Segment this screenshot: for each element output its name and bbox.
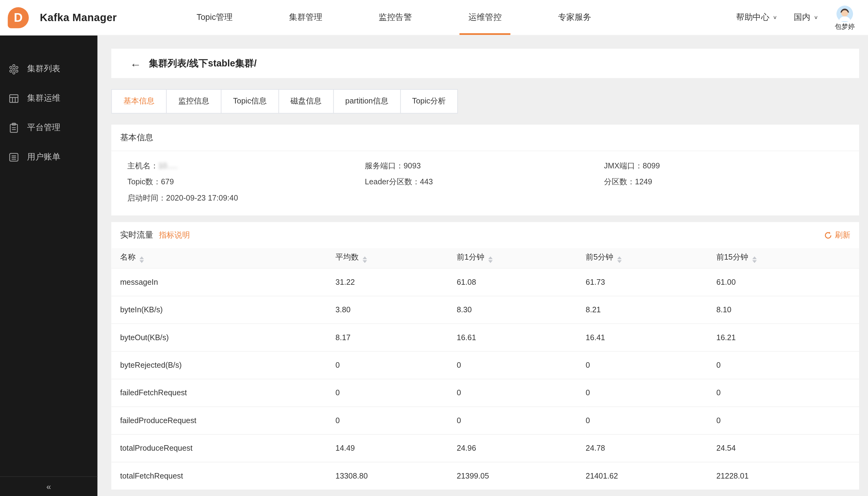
nav-item-ops-control[interactable]: 运维管控 [459, 0, 510, 35]
field-value: 1249 [635, 177, 652, 186]
field-value: 8099 [643, 161, 660, 170]
tab-topic-info[interactable]: Topic信息 [221, 89, 279, 113]
metric-value-cell: 24.96 [457, 434, 585, 462]
table-column-header-2[interactable]: 前1分钟 [457, 248, 585, 268]
metric-value-cell: 13308.80 [335, 462, 457, 489]
region-menu[interactable]: 国内 ∨ [794, 12, 818, 23]
sidebar-item-cluster-list[interactable]: 集群列表 [0, 54, 97, 83]
refresh-button[interactable]: 刷新 [824, 230, 850, 241]
user-menu[interactable]: 包梦婷 [835, 5, 854, 30]
table-header-row: 名称平均数前1分钟前5分钟前15分钟 [111, 248, 859, 268]
sidebar-item-label: 集群列表 [27, 64, 61, 74]
metric-value-cell: 16.41 [586, 323, 716, 351]
collapse-icon: « [47, 482, 51, 492]
sort-carets-icon[interactable] [617, 257, 621, 263]
tab-partition-info[interactable]: partition信息 [333, 89, 400, 113]
table-row: byteIn(KB/s)3.808.308.218.10 [111, 296, 859, 323]
nav-item-monitoring-alert[interactable]: 监控告警 [370, 0, 421, 35]
metric-value-cell: 0 [586, 407, 716, 434]
field-label: JMX端口： [604, 161, 643, 170]
sort-carets-icon[interactable] [752, 257, 756, 263]
info-field: Leader分区数：443 [365, 176, 604, 187]
table-column-header-3[interactable]: 前5分钟 [586, 248, 716, 268]
metric-value-cell: 24.54 [716, 434, 859, 462]
metric-name-cell: failedProduceRequest [111, 407, 336, 434]
table-row: failedProduceRequest0000 [111, 407, 859, 434]
metric-value-cell: 21399.05 [457, 462, 585, 489]
basic-info-fields: 主机名：10.....服务端口：9093JMX端口：8099Topic数：679… [111, 151, 859, 216]
metric-value-cell: 8.21 [586, 296, 716, 323]
tab-basic-info[interactable]: 基本信息 [111, 89, 167, 113]
info-field: Topic数：679 [127, 176, 365, 187]
metric-name-cell: byteRejected(B/s) [111, 351, 336, 379]
field-value: 10..... [158, 161, 177, 170]
nav-item-cluster-mgmt[interactable]: 集群管理 [280, 0, 331, 35]
breadcrumb: 集群列表/线下stable集群/ [149, 57, 257, 70]
basic-info-title: 基本信息 [111, 125, 859, 151]
metric-value-cell: 21401.62 [586, 462, 716, 489]
field-label: 分区数： [604, 177, 635, 186]
refresh-label: 刷新 [835, 230, 850, 241]
metric-value-cell: 0 [716, 407, 859, 434]
field-label: Leader分区数： [365, 177, 420, 186]
sort-carets-icon[interactable] [488, 257, 492, 263]
help-center-label: 帮助中心 [736, 12, 770, 23]
sidebar-item-platform-mgmt[interactable]: 平台管理 [0, 113, 97, 142]
metric-name-cell: totalFetchRequest [111, 462, 336, 489]
field-value: 443 [420, 177, 433, 186]
sort-carets-icon[interactable] [140, 257, 144, 263]
table-row: totalFetchRequest13308.8021399.0521401.6… [111, 462, 859, 489]
info-field: 启动时间：2020-09-23 17:09:40 [127, 192, 365, 203]
field-label: 服务端口： [365, 161, 404, 170]
region-label: 国内 [794, 12, 810, 23]
header-right: 帮助中心 ∨ 国内 ∨ 包梦婷 [736, 5, 854, 30]
column-header-label: 平均数 [335, 252, 359, 262]
table-column-header-4[interactable]: 前15分钟 [716, 248, 859, 268]
metric-value-cell: 31.22 [335, 268, 457, 295]
app-logo-icon: D [7, 7, 29, 28]
basic-info-card: 基本信息 主机名：10.....服务端口：9093JMX端口：8099Topic… [111, 125, 859, 216]
metric-value-cell: 61.73 [586, 268, 716, 295]
sort-carets-icon[interactable] [363, 257, 367, 263]
top-nav: Topic管理集群管理监控告警运维管控专家服务 [188, 0, 600, 35]
tab-disk-info[interactable]: 磁盘信息 [278, 89, 334, 113]
table-column-header-0[interactable]: 名称 [111, 248, 336, 268]
sidebar-collapse-button[interactable]: « [0, 476, 97, 496]
sidebar: 集群列表集群运维平台管理用户账单 « [0, 35, 97, 496]
metric-value-cell: 8.10 [716, 296, 859, 323]
nav-item-topic-mgmt[interactable]: Topic管理 [188, 0, 241, 35]
help-center-menu[interactable]: 帮助中心 ∨ [736, 12, 777, 23]
metric-name-cell: failedFetchRequest [111, 379, 336, 406]
sidebar-item-cluster-ops[interactable]: 集群运维 [0, 83, 97, 113]
tab-monitor-info[interactable]: 监控信息 [166, 89, 222, 113]
back-button[interactable]: ← [130, 57, 141, 70]
nav-item-expert-service[interactable]: 专家服务 [549, 0, 600, 35]
tab-topic-analysis[interactable]: Topic分析 [400, 89, 458, 113]
field-value: 9093 [404, 161, 421, 170]
column-header-label: 前15分钟 [716, 252, 748, 262]
metric-description-link[interactable]: 指标说明 [159, 230, 190, 241]
realtime-traffic-card: 实时流量 指标说明 刷新 名称平均数前1分钟前5分钟前15分钟 messageI… [111, 222, 859, 490]
table-row: messageIn31.2261.0861.7361.00 [111, 268, 859, 295]
metric-value-cell: 0 [457, 351, 585, 379]
table-column-header-1[interactable]: 平均数 [335, 248, 457, 268]
realtime-traffic-header: 实时流量 指标说明 刷新 [111, 222, 859, 248]
app-root: D Kafka Manager Topic管理集群管理监控告警运维管控专家服务 … [0, 0, 868, 496]
clipboard-icon [8, 122, 19, 133]
chevron-down-icon: ∨ [773, 15, 777, 20]
metric-value-cell: 16.61 [457, 323, 585, 351]
metric-value-cell: 14.49 [335, 434, 457, 462]
app-title: Kafka Manager [40, 11, 117, 24]
metric-value-cell: 0 [716, 351, 859, 379]
metric-value-cell: 0 [335, 351, 457, 379]
field-label: 启动时间： [127, 193, 166, 202]
table-row: byteOut(KB/s)8.1716.6116.4116.21 [111, 323, 859, 351]
metric-value-cell: 8.17 [335, 323, 457, 351]
metric-value-cell: 21228.01 [716, 462, 859, 489]
metric-value-cell: 8.30 [457, 296, 585, 323]
table-row: failedFetchRequest0000 [111, 379, 859, 406]
info-field: 主机名：10..... [127, 160, 365, 171]
sidebar-item-label: 用户账单 [27, 152, 61, 162]
metric-value-cell: 61.00 [716, 268, 859, 295]
sidebar-item-user-billing[interactable]: 用户账单 [0, 142, 97, 172]
